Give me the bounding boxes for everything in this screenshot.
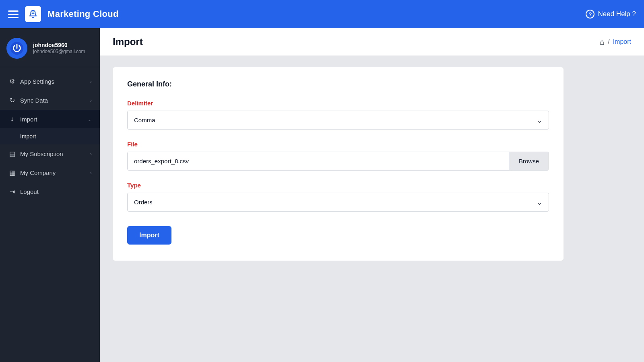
chevron-right-icon: ›	[90, 78, 92, 84]
type-select-wrapper: Orders Contacts Products Customers ⌄	[127, 193, 549, 212]
help-label: Need Help ?	[598, 10, 636, 18]
sidebar-item-logout[interactable]: ⇥ Logout	[0, 182, 100, 201]
sidebar-item-my-subscription[interactable]: ▤ My Subscription ›	[0, 144, 100, 163]
sidebar-item-label: Sync Data	[20, 97, 48, 104]
sidebar-item-label: Logout	[20, 188, 39, 195]
form-card: General Info: Delimiter Comma Semicolon …	[113, 67, 564, 261]
chevron-right-icon: ›	[90, 170, 92, 176]
sidebar-item-label: My Company	[20, 169, 56, 176]
company-icon: ▦	[8, 169, 16, 177]
notifications-button[interactable]	[25, 6, 41, 22]
sidebar: johndoe5960 johndoe505@gmail.com ⚙ App S…	[0, 28, 100, 362]
sidebar-item-app-settings[interactable]: ⚙ App Settings ›	[0, 72, 100, 91]
type-label: Type	[127, 182, 549, 189]
import-icon: ↓	[8, 115, 16, 123]
user-email: johndoe505@gmail.com	[33, 48, 85, 55]
navbar-left: Marketing Cloud	[8, 6, 119, 22]
chevron-right-icon: ›	[90, 97, 92, 103]
sidebar-item-label: My Subscription	[20, 150, 63, 157]
hamburger-menu-button[interactable]	[8, 10, 19, 18]
logout-icon: ⇥	[8, 188, 16, 195]
file-input-row: Browse	[127, 152, 549, 171]
import-button[interactable]: Import	[127, 226, 171, 245]
username: johndoe5960	[33, 42, 85, 48]
app-title: Marketing Cloud	[47, 9, 119, 19]
file-text-input[interactable]	[128, 152, 509, 170]
sidebar-item-label: App Settings	[20, 78, 54, 85]
breadcrumb: ⌂ / Import	[600, 37, 631, 47]
page-header: Import ⌂ / Import	[100, 28, 644, 56]
delimiter-label: Delimiter	[127, 100, 549, 107]
help-button[interactable]: ? Need Help ?	[586, 10, 636, 19]
sidebar-subitem-import[interactable]: Import	[0, 128, 100, 144]
type-select[interactable]: Orders Contacts Products Customers	[127, 193, 549, 212]
chevron-down-icon: ⌄	[87, 116, 92, 122]
user-info: johndoe5960 johndoe505@gmail.com	[33, 42, 85, 55]
browse-button[interactable]: Browse	[509, 152, 549, 170]
delimiter-select[interactable]: Comma Semicolon Tab Pipe	[127, 111, 549, 130]
home-icon[interactable]: ⌂	[600, 37, 605, 47]
sidebar-item-label: Import	[20, 116, 37, 123]
file-label: File	[127, 141, 549, 148]
user-profile: johndoe5960 johndoe505@gmail.com	[0, 28, 100, 67]
section-title: General Info:	[127, 80, 549, 88]
sidebar-nav: ⚙ App Settings › ↻ Sync Data › ↓ Import …	[0, 67, 100, 362]
sidebar-item-sync-data[interactable]: ↻ Sync Data ›	[0, 91, 100, 110]
help-icon: ?	[586, 10, 594, 19]
sync-icon: ↻	[8, 97, 16, 104]
content-area: General Info: Delimiter Comma Semicolon …	[100, 56, 644, 362]
breadcrumb-current: Import	[613, 38, 631, 45]
file-field-group: File Browse	[127, 141, 549, 171]
subscription-icon: ▤	[8, 150, 16, 158]
sidebar-item-import[interactable]: ↓ Import ⌄	[0, 110, 100, 128]
type-field-group: Type Orders Contacts Products Customers …	[127, 182, 549, 212]
avatar	[6, 38, 27, 59]
sidebar-item-my-company[interactable]: ▦ My Company ›	[0, 163, 100, 182]
delimiter-select-wrapper: Comma Semicolon Tab Pipe ⌄	[127, 111, 549, 130]
navbar: Marketing Cloud ? Need Help ?	[0, 0, 644, 28]
page-title: Import	[113, 36, 143, 47]
breadcrumb-separator: /	[608, 38, 609, 45]
main-content: Import ⌂ / Import General Info: Delimite…	[100, 28, 644, 362]
gear-icon: ⚙	[8, 78, 16, 85]
sidebar-subitem-label: Import	[20, 133, 36, 140]
chevron-right-icon: ›	[90, 151, 92, 157]
delimiter-field-group: Delimiter Comma Semicolon Tab Pipe ⌄	[127, 100, 549, 130]
